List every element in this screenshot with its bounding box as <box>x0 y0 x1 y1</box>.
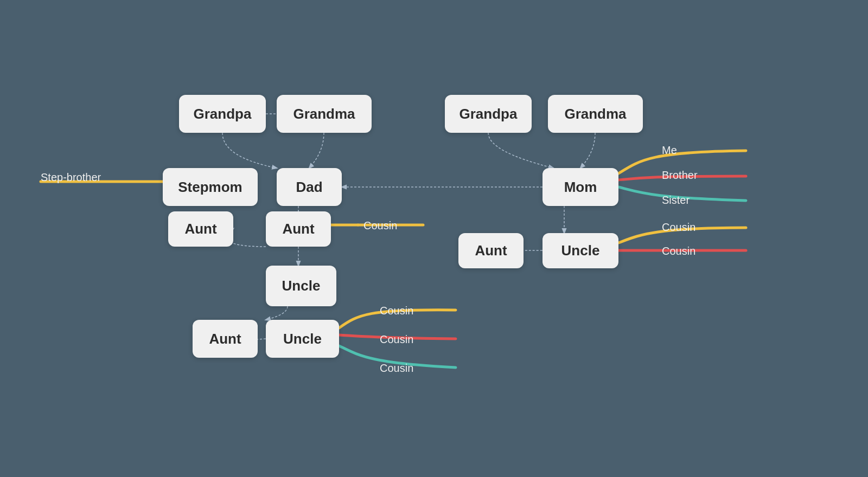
label-cousin-uncle-bot-2: Cousin <box>380 333 413 346</box>
label-cousin-uncle-bot-1: Cousin <box>380 305 413 317</box>
node-grandma-left[interactable]: Grandma <box>277 95 372 133</box>
node-uncle-left-bot[interactable]: Uncle <box>266 320 339 358</box>
node-dad[interactable]: Dad <box>277 168 342 206</box>
label-me: Me <box>662 144 677 157</box>
connections-svg <box>0 0 868 477</box>
label-cousin-mom-2: Cousin <box>662 245 695 257</box>
label-cousin-uncle-bot-3: Cousin <box>380 362 413 375</box>
node-grandpa-right[interactable]: Grandpa <box>445 95 532 133</box>
label-cousin-mom-1: Cousin <box>662 221 695 234</box>
node-uncle-right[interactable]: Uncle <box>542 233 618 268</box>
node-grandma-right[interactable]: Grandma <box>548 95 643 133</box>
node-stepmom[interactable]: Stepmom <box>163 168 258 206</box>
label-sister: Sister <box>662 194 690 207</box>
node-aunt-left-top[interactable]: Aunt <box>168 211 233 247</box>
node-mom[interactable]: Mom <box>542 168 618 206</box>
node-aunt-left-bot[interactable]: Aunt <box>193 320 258 358</box>
label-brother: Brother <box>662 169 698 182</box>
label-step-brother: Step-brother <box>41 171 101 184</box>
node-aunt-right[interactable]: Aunt <box>458 233 524 268</box>
node-uncle-left-mid[interactable]: Uncle <box>266 266 336 306</box>
node-aunt-left-mid[interactable]: Aunt <box>266 211 331 247</box>
label-cousin-aunt-left: Cousin <box>363 220 397 232</box>
node-grandpa-left[interactable]: Grandpa <box>179 95 266 133</box>
diagram-container: Grandpa Grandma Stepmom Dad Aunt Aunt Un… <box>0 0 868 477</box>
